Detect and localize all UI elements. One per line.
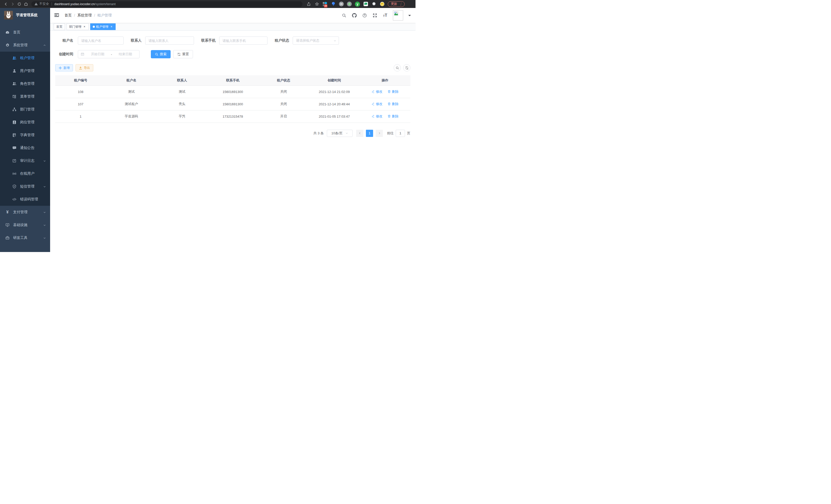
extension-record-icon[interactable] — [347, 2, 352, 6]
page-size-select[interactable]: 10条/页 — [327, 130, 352, 137]
sidebar: 芋道管理系统 首页 系统管理 租户管理 用户管理 — [0, 8, 50, 252]
reload-icon[interactable] — [16, 1, 23, 7]
date-range-picker[interactable]: 开始日期 - 结束日期 — [78, 50, 140, 58]
sidebar-item-online-users[interactable]: 在线用户 — [0, 167, 50, 180]
edit-link[interactable]: 修改 — [371, 114, 382, 119]
sidebar-item-menu[interactable]: 菜单管理 — [0, 90, 50, 103]
toggle-search-button[interactable] — [394, 64, 401, 71]
table-row: 107 测试租户 秃头 15601691300 关闭 2021-12-14 20… — [55, 98, 410, 110]
active-dot — [93, 26, 95, 28]
avatar[interactable] — [393, 10, 403, 21]
close-icon[interactable] — [110, 25, 113, 29]
sidebar-item-pay[interactable]: 支付管理 — [0, 206, 50, 218]
tab-label: 首页 — [56, 25, 62, 29]
delete-link[interactable]: 删除 — [388, 102, 399, 106]
sidebar-item-infra[interactable]: 基础设施 — [0, 218, 50, 232]
extension-yudao-icon[interactable] — [355, 2, 360, 7]
home-icon[interactable] — [23, 1, 29, 7]
sidebar-item-error-code[interactable]: 错误码管理 — [0, 193, 50, 206]
sidebar-item-label: 通知公告 — [20, 146, 34, 150]
search-icon[interactable] — [342, 13, 347, 18]
goto-page-input[interactable] — [396, 130, 405, 137]
url-bar[interactable]: 不安全 dashboard.yudao.iocoder.cn/system/te… — [31, 1, 303, 7]
avatar-caret-icon[interactable] — [408, 15, 411, 18]
users-icon — [12, 56, 17, 60]
extension-blocker-icon[interactable]: 10 — [322, 2, 327, 7]
sidebar-item-audit-log[interactable]: 审计日志 — [0, 154, 50, 167]
delete-link[interactable]: 删除 — [388, 114, 399, 119]
cell-actions: 修改 删除 — [360, 98, 410, 110]
breadcrumb-section[interactable]: 系统管理 — [77, 13, 92, 18]
reset-button[interactable]: 重置 — [173, 50, 193, 58]
sidebar-item-post[interactable]: 岗位管理 — [0, 116, 50, 129]
sidebar-item-system[interactable]: 系统管理 — [0, 39, 50, 52]
delete-label: 删除 — [392, 114, 399, 119]
prev-page-button[interactable] — [356, 130, 363, 137]
mobile-label: 联系手机 — [201, 38, 216, 43]
tab-dept[interactable]: 部门管理 — [66, 23, 89, 30]
calendar-icon — [81, 52, 84, 56]
tab-home[interactable]: 首页 — [54, 23, 65, 30]
cell-tenant-id: 108 — [55, 86, 106, 98]
extension-chat-icon[interactable] — [363, 2, 368, 7]
share-icon[interactable] — [306, 2, 311, 7]
page-number-active[interactable]: 1 — [366, 130, 373, 137]
extensions-puzzle-icon[interactable] — [371, 2, 376, 7]
next-page-button[interactable] — [376, 130, 383, 137]
browser-window: 不安全 dashboard.yudao.iocoder.cn/system/te… — [0, 0, 416, 252]
extension-balloon-icon[interactable] — [331, 2, 336, 7]
extension-cmd-icon[interactable] — [339, 2, 344, 6]
date-separator: - — [111, 52, 112, 56]
filter-mobile: 联系手机 — [201, 36, 267, 45]
sidebar-item-home[interactable]: 首页 — [0, 26, 50, 39]
export-button[interactable]: 导出 — [76, 64, 93, 71]
contact-input[interactable] — [145, 36, 194, 45]
sidebar-collapse-icon[interactable] — [54, 12, 60, 18]
date-start-placeholder[interactable]: 开始日期 — [86, 52, 109, 57]
cell-mobile: 15601691300 — [207, 86, 258, 98]
url-host: dashboard.yudao.iocoder.cn — [55, 2, 95, 6]
help-icon[interactable] — [362, 13, 367, 18]
forward-icon[interactable] — [9, 1, 16, 7]
fullscreen-icon[interactable] — [372, 13, 377, 18]
status-select[interactable]: 请选择租户状态 — [293, 36, 339, 45]
edit-label: 修改 — [376, 102, 382, 106]
sidebar-item-dict[interactable]: 字典管理 — [0, 129, 50, 142]
col-tenant-id: 租户编号 — [55, 75, 106, 86]
update-button[interactable]: 更新 — [388, 1, 405, 7]
refresh-button[interactable] — [403, 64, 410, 71]
date-end-placeholder[interactable]: 结束日期 — [114, 52, 137, 57]
extension-badge: 10 — [324, 4, 327, 7]
profile-avatar-icon[interactable] — [379, 2, 385, 7]
sidebar-item-dept[interactable]: 部门管理 — [0, 103, 50, 116]
filter-create-time: 创建时间 开始日期 - 结束日期 — [55, 50, 140, 58]
mobile-input[interactable] — [219, 36, 267, 45]
sidebar-item-devtools[interactable]: 研发工具 — [0, 232, 50, 244]
sidebar-item-label: 基础设施 — [13, 223, 28, 227]
search-button[interactable]: 搜索 — [151, 50, 171, 58]
add-button[interactable]: 新增 — [55, 64, 73, 71]
browser-menu-icon[interactable] — [399, 2, 402, 6]
tab-tenant[interactable]: 租户管理 — [90, 23, 116, 30]
sidebar-item-label: 角色管理 — [20, 82, 34, 86]
reset-button-label: 重置 — [182, 52, 189, 57]
sidebar-item-user[interactable]: 用户管理 — [0, 64, 50, 77]
github-icon[interactable] — [352, 13, 357, 18]
sidebar-item-role[interactable]: 角色管理 — [0, 77, 50, 90]
tenant-name-input[interactable] — [78, 36, 123, 45]
edit-link[interactable]: 修改 — [371, 89, 382, 94]
close-icon[interactable] — [83, 25, 86, 29]
sidebar-item-label: 短信管理 — [20, 184, 34, 189]
font-size-icon[interactable] — [382, 13, 388, 18]
sidebar-item-tenant[interactable]: 租户管理 — [0, 52, 50, 64]
sidebar-item-notice[interactable]: 通知公告 — [0, 142, 50, 154]
back-icon[interactable] — [3, 1, 9, 7]
col-mobile: 联系手机 — [207, 75, 258, 86]
bookmark-star-icon[interactable] — [314, 2, 319, 7]
edit-link[interactable]: 修改 — [371, 102, 382, 106]
app-logo[interactable]: 芋道管理系统 — [0, 8, 50, 22]
breadcrumb-home[interactable]: 首页 — [64, 13, 72, 18]
delete-link[interactable]: 删除 — [388, 89, 399, 94]
sidebar-item-sms[interactable]: 短信管理 — [0, 180, 50, 193]
code-icon — [12, 197, 17, 201]
